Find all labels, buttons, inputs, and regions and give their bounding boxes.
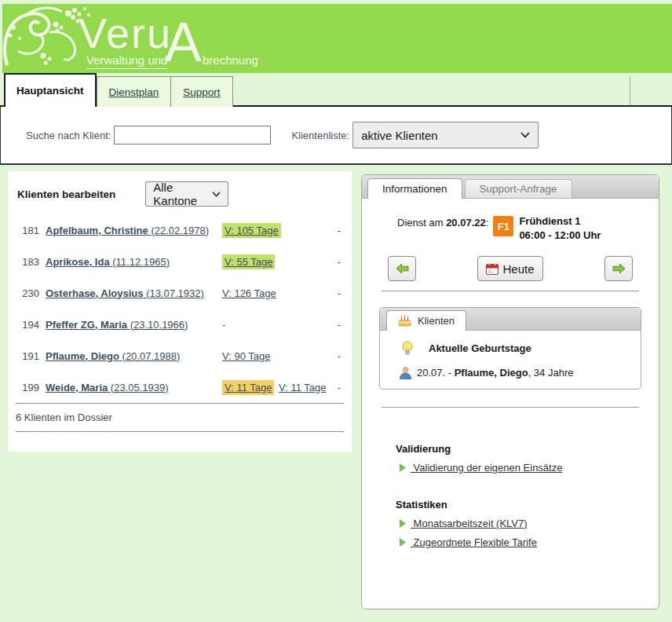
- kantone-selected-value: Alle Kantone: [153, 181, 212, 207]
- client-name-cell: Pfeffer ZG, Maria (23.10.1966): [46, 319, 216, 331]
- tab-support-anfrage-label: Support-Anfrage: [480, 183, 557, 195]
- birthday-person-name: Pflaume, Diego: [455, 367, 528, 379]
- tab-klienten-label: Klienten: [418, 315, 455, 327]
- tab-klienten[interactable]: Klienten: [386, 310, 466, 331]
- validation-days-1[interactable]: V: 11 Tage: [222, 382, 274, 393]
- birthday-entry-text: 20.07. - Pflaume, Diego, 34 Jahre: [417, 367, 573, 379]
- info-panel-divider: [382, 407, 639, 408]
- search-label: Suche nach Klient:: [26, 130, 111, 141]
- app-header: Veru A Verwaltung und brechnung: [2, 4, 672, 73]
- client-name-cell: Aprikose, Ida (11.12.1965): [46, 256, 216, 268]
- clients-panel: Klienten bearbeiten Alle Kantone 181 Apf…: [8, 171, 352, 452]
- validation-days-1[interactable]: V: 55 Tage: [222, 256, 275, 268]
- dienst-label: Dienst am 20.07.22:: [397, 217, 488, 229]
- clients-panel-header: Klienten bearbeiten Alle Kantone: [8, 171, 352, 207]
- dienst-info: Dienst am 20.07.22: F1 Frühdienst 1 06:0…: [397, 214, 659, 243]
- today-button[interactable]: Heute: [477, 256, 542, 281]
- klienten-box: Klienten Aktuelle Geburtstage 20.07. - P…: [379, 307, 641, 390]
- tab-informationen[interactable]: Informationen: [367, 178, 462, 199]
- tabstrip-end-divider: [630, 76, 630, 105]
- tab-support[interactable]: Support: [171, 76, 232, 107]
- client-id: 191: [16, 350, 39, 362]
- kantone-select[interactable]: Alle Kantone: [145, 181, 228, 207]
- date-navigation: Heute: [388, 256, 633, 281]
- klientenliste-label: Klientenliste:: [291, 130, 349, 141]
- client-list: 181 Apfelbaum, Christine (22.02.1978) V:…: [8, 214, 352, 403]
- client-id: 230: [16, 287, 39, 299]
- client-row-dash: -: [335, 225, 341, 236]
- clients-panel-divider: [16, 431, 344, 432]
- client-name-link[interactable]: Pfeffer ZG, Maria (23.10.1966): [46, 319, 188, 331]
- chevron-down-icon: [212, 192, 221, 197]
- client-id: 181: [16, 225, 39, 236]
- tab-support-anfrage[interactable]: Support-Anfrage: [465, 179, 572, 198]
- tab-support-label[interactable]: Support: [183, 86, 220, 98]
- client-row-dash: -: [335, 382, 341, 393]
- verua-app: Veru A Verwaltung und brechnung Hauptans…: [0, 0, 672, 622]
- previous-day-button[interactable]: [388, 256, 416, 281]
- validierung-link[interactable]: Validierung der eigenen Einsätze: [411, 462, 562, 474]
- clients-panel-title: Klienten bearbeiten: [17, 188, 115, 200]
- green-arrow-bullet-icon: [399, 463, 407, 473]
- statistiken-heading: Statistiken: [396, 499, 659, 510]
- client-row: 181 Apfelbaum, Christine (22.02.1978) V:…: [8, 214, 352, 246]
- main-tabstrip: Hauptansicht Dienstplan Support: [0, 73, 672, 107]
- person-icon: [399, 366, 412, 379]
- client-row-dash: -: [335, 256, 341, 268]
- tab-dienstplan-label[interactable]: Dienstplan: [109, 86, 159, 98]
- client-name-cell: Pflaume, Diego (20.07.1988): [46, 350, 216, 362]
- validation-days-1[interactable]: V: 126 Tage: [222, 287, 276, 299]
- tab-dienstplan[interactable]: Dienstplan: [97, 76, 172, 107]
- validierung-heading: Validierung: [396, 443, 659, 455]
- next-day-button[interactable]: [604, 256, 633, 281]
- client-row-dash: -: [335, 319, 341, 331]
- logo-word-main: Veru: [79, 12, 172, 54]
- clients-count: 6 Klienten im Dossier: [8, 404, 352, 431]
- shift-name: Frühdienst 1: [519, 214, 601, 229]
- green-arrow-bullet-icon: [399, 518, 407, 529]
- client-row: 191 Pflaume, Diego (20.07.1988) V: 90 Ta…: [8, 340, 352, 371]
- statistik-link[interactable]: Monatsarbeitszeit (KLV7): [411, 518, 528, 529]
- info-panel-divider: [382, 291, 639, 291]
- logo-big-letter: A: [165, 15, 202, 70]
- validation-days-2[interactable]: V: 11 Tage: [279, 382, 326, 393]
- client-row-dash: -: [335, 350, 341, 362]
- tab-hauptansicht-label: Hauptansicht: [16, 85, 84, 97]
- validation-days-1[interactable]: V: 105 Tage: [222, 225, 281, 236]
- client-name-cell: Osterhase, Aloysius (13.07.1932): [46, 287, 216, 299]
- client-row: 194 Pfeffer ZG, Maria (23.10.1966) - -: [8, 309, 352, 340]
- klientenliste-select[interactable]: aktive Klienten: [352, 122, 539, 148]
- today-button-label: Heute: [502, 262, 534, 276]
- tab-informationen-label: Informationen: [382, 183, 447, 195]
- validierung-link-row: Validierung der eigenen Einsätze: [399, 462, 659, 474]
- tab-hauptansicht[interactable]: Hauptansicht: [4, 73, 97, 107]
- arrow-right-icon: [612, 263, 626, 274]
- client-name-link[interactable]: Weide, Maria (23.05.1939): [46, 382, 169, 393]
- client-name-cell: Weide, Maria (23.05.1939): [46, 382, 216, 393]
- search-input[interactable]: [114, 126, 271, 145]
- client-row: 183 Aprikose, Ida (11.12.1965) V: 55 Tag…: [8, 246, 352, 277]
- client-id: 183: [16, 256, 39, 268]
- birthday-entry: 20.07. - Pflaume, Diego, 34 Jahre: [399, 366, 641, 379]
- validation-days-1[interactable]: -: [222, 319, 225, 331]
- statistik-link[interactable]: Zugeordnete Flexible Tarife: [411, 536, 537, 548]
- info-panel-tabbar: Informationen Support-Anfrage: [362, 175, 659, 199]
- birthday-heading: Aktuelle Geburtstage: [429, 342, 531, 354]
- shift-time: 06:00 - 12:00 Uhr: [519, 229, 601, 243]
- logo-subtitle-left: Verwaltung und: [86, 54, 167, 69]
- client-id: 199: [16, 382, 39, 393]
- birthday-heading-row: Aktuelle Geburtstage: [401, 341, 641, 356]
- klienten-box-tabbar: Klienten: [380, 308, 641, 331]
- client-id: 194: [16, 319, 39, 331]
- client-name-link[interactable]: Apfelbaum, Christine (22.02.1978): [46, 225, 209, 236]
- client-name-link[interactable]: Aprikose, Ida (11.12.1965): [46, 256, 170, 268]
- shift-details: Frühdienst 1 06:00 - 12:00 Uhr: [519, 214, 601, 243]
- lightbulb-icon: [401, 341, 414, 356]
- client-name-link[interactable]: Pflaume, Diego (20.07.1988): [46, 350, 180, 362]
- validation-days-1[interactable]: V: 90 Tage: [222, 350, 270, 362]
- statistik-link-row: Monatsarbeitszeit (KLV7): [399, 518, 659, 529]
- birthday-cake-icon: [398, 315, 411, 327]
- search-band: Suche nach Klient: Klientenliste: aktive…: [0, 107, 672, 165]
- statistik-link-row: Zugeordnete Flexible Tarife: [399, 536, 659, 548]
- client-name-link[interactable]: Osterhase, Aloysius (13.07.1932): [46, 287, 204, 299]
